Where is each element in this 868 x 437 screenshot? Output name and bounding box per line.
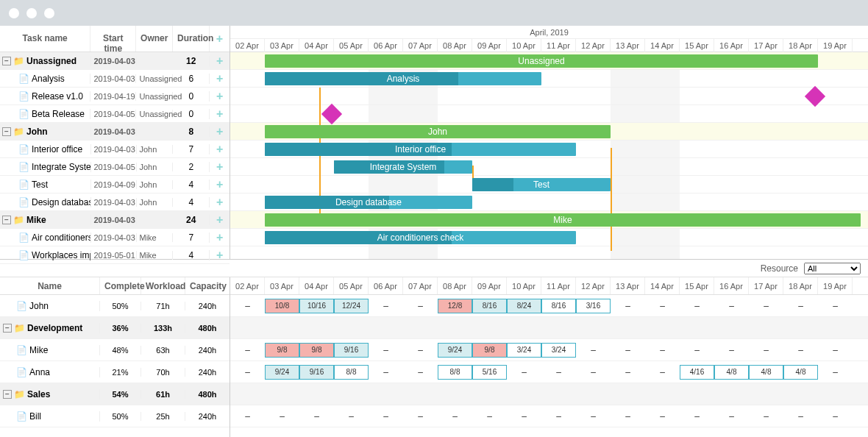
milestone-diamond[interactable] [805,86,825,107]
project-bar[interactable]: Mike [265,213,861,227]
filter-label: Resource [761,263,798,274]
col-owner[interactable]: Owner [136,26,173,51]
task-row[interactable]: 📄Beta Release2019-04-05Unassigned0+ [0,105,230,123]
expand-toggle[interactable]: − [3,324,12,333]
task-bar[interactable]: Analysis [265,72,541,85]
workload-cell: 12/8 [438,295,472,316]
add-task-button[interactable]: + [210,72,230,85]
workload-cell: 4/16 [680,361,714,383]
project-bar[interactable]: Unassigned [265,54,818,68]
document-icon: 📄 [16,367,27,377]
task-duration: 7 [173,144,210,154]
col-capacity[interactable]: Capacity [185,277,230,294]
col-duration[interactable]: Duration [173,26,210,51]
workload-cell: 3/24 [541,339,576,360]
workload-cell: – [680,339,714,360]
add-task-button[interactable]: + [210,196,230,209]
resource-timeline-row: –10/810/1612/24––12/88/168/248/163/16–––… [230,295,868,317]
resource-timeline-row: –9/89/89/16––9/249/83/243/24–––––––– [230,339,868,361]
expand-toggle[interactable]: − [2,57,11,65]
col-res-name[interactable]: Name [0,277,100,294]
folder-icon: 📁 [13,127,24,137]
col-complete[interactable]: Complete [100,277,141,294]
task-bar[interactable]: Interior office [265,143,576,156]
add-task-button[interactable]: + [210,143,230,156]
task-bar[interactable]: Air conditioners check [265,231,576,244]
resource-row[interactable]: −📁Development36%133h480h [0,317,230,339]
resource-filter-select[interactable]: All [804,263,861,274]
task-duration: 4 [173,250,210,260]
task-duration: 12 [173,56,210,66]
add-task-button[interactable]: + [210,107,230,121]
day-header: 15 Apr [680,277,714,294]
task-owner: John [137,198,174,207]
task-bar[interactable]: Test [472,178,611,191]
col-workload[interactable]: Workload [141,277,185,294]
task-bar[interactable]: Design database [265,196,472,209]
milestone-diamond[interactable] [321,104,342,124]
resource-name: Anna [29,367,50,377]
document-icon: 📄 [18,144,29,154]
day-header: 02 Apr [230,277,265,294]
resource-complete: 36% [100,324,141,333]
project-bar[interactable]: John [265,125,611,138]
workload-cell: – [230,295,265,316]
workload-cell: 4/8 [783,361,818,383]
add-task-button[interactable]: + [210,125,230,138]
add-task-button[interactable]: + [210,231,230,244]
add-task-button[interactable]: + [210,54,230,68]
resource-row[interactable]: 📄John50%71h240h [0,295,230,317]
task-start: 2019-04-05 [90,110,136,118]
resource-row[interactable]: −📁Sales54%61h480h [0,383,230,405]
workload-cell: – [438,405,472,427]
resource-name: Mike [29,345,48,355]
task-owner: Unassigned [136,92,173,101]
add-column-button[interactable]: + [210,26,230,51]
expand-toggle[interactable]: − [3,390,12,399]
task-duration: 4 [173,197,210,207]
expand-toggle[interactable]: − [2,127,11,136]
document-icon: 📄 [18,250,29,260]
resource-row[interactable]: 📄Bill50%25h240h [0,405,230,427]
resource-timeline-row [230,383,868,405]
window-dot-icon[interactable] [44,8,54,18]
timeline-row [230,88,868,105]
workload-cell: – [783,339,818,360]
resource-capacity: 480h [185,324,230,333]
task-row[interactable]: −📁John2019-04-038+ [0,123,230,141]
expand-toggle[interactable]: − [2,216,11,224]
window-titlebar [0,0,868,26]
resource-timeline-row [230,317,868,339]
add-task-button[interactable]: + [210,178,230,191]
task-bar[interactable]: Integrate System [334,160,472,174]
workload-cell: 9/24 [438,339,472,360]
window-dot-icon[interactable] [9,8,19,18]
task-row[interactable]: 📄Analysis2019-04-03Unassigned6+ [0,70,230,88]
timeline-row: Analysis [230,70,868,88]
task-start: 2019-04-19 [90,92,136,101]
window-dot-icon[interactable] [26,8,37,18]
task-row[interactable]: −📁Mike2019-04-0324+ [0,211,230,229]
resource-row[interactable]: 📄Mike48%63h240h [0,339,230,361]
col-start-time[interactable]: Start time [90,26,136,51]
gantt-timeline[interactable]: April, 2019 02 Apr03 Apr04 Apr05 Apr06 A… [230,26,868,259]
workload-cell: 9/16 [299,361,334,383]
task-row[interactable]: 📄Air conditioners check2019-04-03Mike7+ [0,229,230,246]
task-row[interactable]: 📄Interior office2019-04-03John7+ [0,141,230,158]
add-task-button[interactable]: + [210,213,230,227]
task-row[interactable]: 📄Design database2019-04-03John4+ [0,193,230,211]
resource-timeline[interactable]: 02 Apr03 Apr04 Apr05 Apr06 Apr07 Apr08 A… [230,277,868,437]
resource-timeline-row: –––––––––––––––––– [230,405,868,427]
add-task-button[interactable]: + [210,90,230,103]
resource-workload: 133h [141,324,185,333]
col-task-name[interactable]: Task name [0,26,90,51]
task-row[interactable]: 📄Release v1.02019-04-19Unassigned0+ [0,88,230,105]
workload-cell: – [576,405,611,427]
resource-row[interactable]: 📄Anna21%70h240h [0,361,230,383]
task-row[interactable]: 📄Test2019-04-09John4+ [0,176,230,193]
task-row[interactable]: 📄Integrate System2019-04-05John2+ [0,158,230,176]
add-task-button[interactable]: + [210,160,230,174]
folder-icon: 📁 [13,215,24,225]
task-row[interactable]: −📁Unassigned2019-04-0312+ [0,52,230,70]
workload-cell: – [749,405,783,427]
